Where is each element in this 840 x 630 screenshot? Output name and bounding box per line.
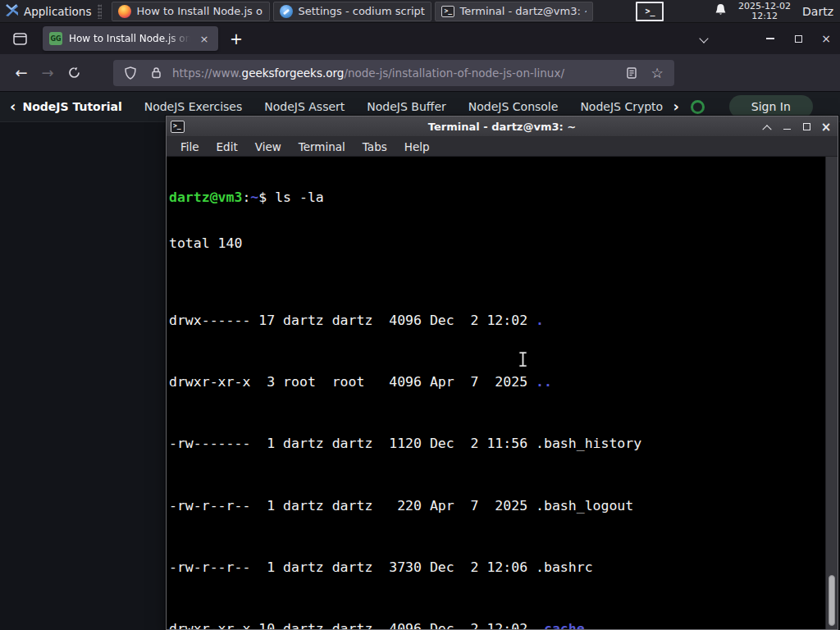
search-icon[interactable] (691, 100, 705, 114)
browser-tab-active[interactable]: GG How to Install Node.js on × (43, 26, 218, 51)
tracking-shield-icon[interactable] (121, 64, 139, 82)
terminal-menu-edit[interactable]: Edit (212, 139, 243, 155)
terminal-minimize-button[interactable] (780, 121, 793, 134)
clock[interactable]: 2025-12-02 12:12 (738, 2, 791, 21)
nav-link[interactable]: NodeJS Console (468, 100, 559, 113)
terminal-menu-help[interactable]: Help (399, 139, 435, 155)
terminal-window: >_ Terminal - dartz@vm3: ~ × FileEditVie… (166, 116, 838, 630)
tab-close-icon[interactable]: × (197, 31, 212, 46)
terminal-maximize-button[interactable] (800, 121, 813, 134)
nav-link[interactable]: NodeJS Tutorial (22, 100, 121, 113)
user-menu[interactable]: Dartz (802, 5, 833, 18)
firefox-icon (118, 5, 131, 18)
terminal-total-line: total 140 (169, 236, 825, 252)
new-tab-button[interactable]: + (225, 27, 248, 50)
prompt-command: $ ls -la (258, 189, 323, 205)
terminal-menu-view[interactable]: View (250, 139, 286, 155)
list-all-tabs-icon[interactable] (701, 34, 709, 43)
xfce-logo-icon (5, 3, 19, 20)
taskbar-window-button-vscodium[interactable]: Settings - codium script... (273, 2, 431, 21)
clock-time: 12:12 (738, 11, 791, 21)
terminal-close-button[interactable]: × (819, 121, 833, 134)
panel-handle (98, 4, 102, 19)
url-path: /node-js/installation-of-node-js-on-linu… (344, 66, 564, 80)
url-domain: geeksforgeeks.org (242, 66, 345, 80)
taskbar-status-area: 2025-12-02 12:12 Dartz (714, 0, 835, 23)
reader-view-icon[interactable] (623, 64, 641, 82)
terminal-title-bar[interactable]: >_ Terminal - dartz@vm3: ~ × (167, 116, 838, 137)
window-close-button[interactable]: × (812, 23, 840, 54)
url-bar[interactable]: https://www.geeksforgeeks.org/node-js/in… (113, 60, 674, 86)
notifications-bell-icon[interactable] (714, 3, 727, 20)
prompt-user-host: dartz@vm3 (169, 189, 242, 205)
nav-link[interactable]: NodeJS Assert (264, 100, 345, 113)
taskbar-window-button-terminal[interactable]: >_ Terminal - dartz@vm3: ~ (435, 2, 593, 21)
firefox-view-icon[interactable] (8, 28, 31, 49)
terminal-menu-file[interactable]: File (176, 139, 204, 155)
ls-output-row: -rw-r--r-- 1 dartz dartz 220 Apr 7 2025 … (169, 499, 825, 514)
ls-output-row: -rw-r--r-- 1 dartz dartz 3730 Dec 2 12:0… (169, 560, 825, 576)
terminal-prompt-line: dartz@vm3:~$ ls -la (169, 190, 825, 206)
taskbar-window-button-firefox[interactable]: How to Install Node.js o... (112, 2, 270, 21)
tab-title: How to Install Node.js on (69, 33, 190, 44)
lock-icon[interactable] (147, 64, 165, 82)
prompt-cwd: ~ (250, 189, 258, 205)
geeksforgeeks-favicon: GG (49, 32, 62, 45)
nav-link[interactable]: NodeJS Exercises (144, 100, 243, 113)
terminal-scrollbar[interactable] (825, 157, 838, 629)
nav-link[interactable]: NodeJS Buffer (367, 100, 446, 113)
terminal-app-icon: >_ (171, 121, 185, 133)
browser-toolbar: ← → https://www.geeksforgeeks.org/node-j… (0, 54, 840, 92)
terminal-shade-button[interactable] (760, 121, 774, 134)
nav-scroll-left-icon[interactable]: ‹ (0, 98, 22, 116)
ls-output-row: drwxr-xr-x 3 root root 4096 Apr 7 2025 .… (169, 375, 825, 390)
ls-output-row: drwx------ 17 dartz dartz 4096 Dec 2 12:… (169, 313, 825, 329)
system-taskbar: Applications How to Install Node.js o...… (0, 0, 840, 23)
forward-button[interactable]: → (34, 60, 61, 86)
terminal-launcher-icon[interactable]: >_ (636, 2, 664, 21)
back-button[interactable]: ← (8, 60, 34, 86)
applications-menu-label: Applications (24, 5, 91, 18)
terminal-menu-tabs[interactable]: Tabs (358, 139, 392, 155)
terminal-menu-terminal[interactable]: Terminal (294, 139, 350, 155)
ls-output-row: -rw------- 1 dartz dartz 1120 Dec 2 11:5… (169, 436, 825, 452)
terminal-output[interactable]: dartz@vm3:~$ ls -la total 140 drwx------… (167, 157, 825, 629)
vscodium-icon (280, 5, 293, 18)
taskbar-window-buttons: How to Install Node.js o... Settings - c… (112, 2, 593, 21)
bookmark-star-icon[interactable]: ☆ (648, 64, 666, 82)
sign-in-button[interactable]: Sign In (729, 95, 813, 118)
terminal-window-title: Terminal - dartz@vm3: ~ (167, 121, 838, 133)
window-minimize-button[interactable] (756, 23, 784, 54)
browser-tab-bar: GG How to Install Node.js on × + × (0, 23, 840, 54)
desktop: Applications How to Install Node.js o...… (0, 0, 840, 630)
url-scheme: https://www. (172, 66, 242, 80)
window-maximize-button[interactable] (784, 23, 812, 54)
terminal-icon: >_ (441, 6, 454, 17)
ls-output-row: drwxr-xr-x 10 dartz dartz 4096 Dec 2 12:… (169, 622, 825, 629)
terminal-scrollbar-thumb[interactable] (829, 575, 835, 626)
terminal-menu-bar: FileEditViewTerminalTabsHelp (167, 137, 838, 157)
nav-link[interactable]: NodeJS Crypto (580, 100, 663, 113)
applications-menu-button[interactable]: Applications (0, 0, 107, 23)
url-text: https://www.geeksforgeeks.org/node-js/in… (172, 66, 615, 80)
reload-button[interactable] (61, 60, 87, 86)
nav-scroll-right-icon[interactable]: › (673, 98, 678, 116)
